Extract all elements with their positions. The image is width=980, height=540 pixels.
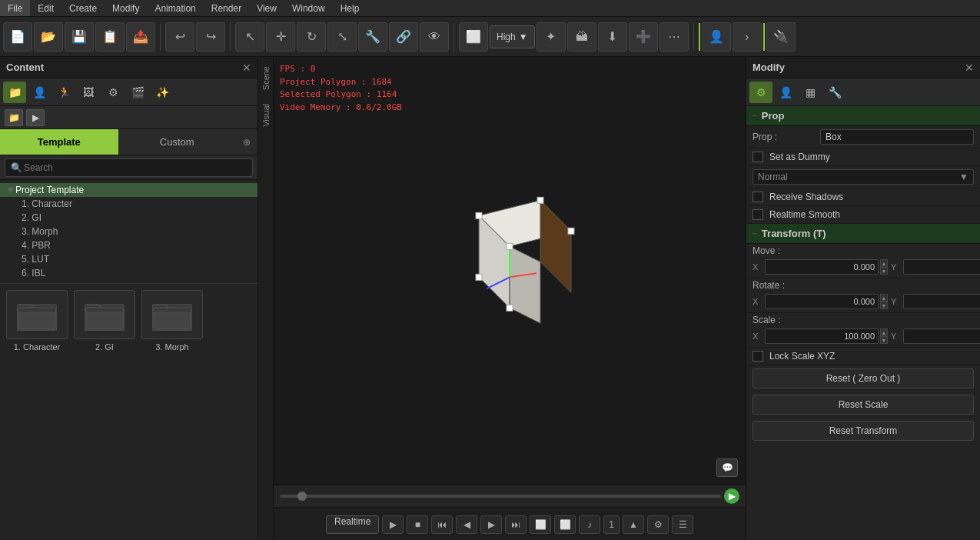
- menu-render[interactable]: Render: [204, 0, 249, 16]
- frame-up[interactable]: ▲: [623, 515, 644, 534]
- tab-expand[interactable]: ⊕: [236, 129, 257, 155]
- go-start-button[interactable]: ⏮: [431, 515, 453, 534]
- iavatar-more[interactable]: ›: [733, 22, 762, 52]
- image-icon-btn[interactable]: 🖼: [77, 82, 100, 103]
- rotate-tool[interactable]: ↻: [297, 22, 326, 52]
- move-x-up[interactable]: ▲: [880, 259, 888, 267]
- settings-button[interactable]: ⚙: [647, 515, 669, 534]
- audio-button[interactable]: ♪: [579, 515, 600, 534]
- move-tool[interactable]: ✛: [266, 22, 295, 52]
- scale-tool[interactable]: ⤡: [327, 22, 357, 52]
- play-button[interactable]: ▶: [382, 515, 404, 534]
- save-as-button[interactable]: 📋: [95, 22, 125, 52]
- viewport-mode[interactable]: ⬜: [459, 22, 488, 52]
- menu-view[interactable]: View: [249, 0, 284, 16]
- prop-name-value[interactable]: Box: [820, 129, 974, 145]
- thumbnail-character[interactable]: 1. Character: [6, 290, 68, 352]
- move-x-down[interactable]: ▼: [880, 267, 888, 275]
- tab-custom[interactable]: Custom: [118, 129, 237, 155]
- folder-icon-btn[interactable]: 📁: [3, 82, 26, 103]
- timeline-end-marker[interactable]: ▶: [724, 488, 739, 504]
- modify-panel-close[interactable]: ✕: [965, 62, 974, 74]
- side-tab-visual[interactable]: Visual: [259, 98, 273, 133]
- reset-zero-button[interactable]: Reset ( Zero Out ): [752, 368, 974, 388]
- character-icon-btn[interactable]: 👤: [28, 82, 51, 103]
- new-button[interactable]: 📄: [3, 22, 32, 52]
- comment-button[interactable]: 💬: [716, 458, 738, 477]
- tree-item-morph[interactable]: 3. Morph: [0, 225, 257, 238]
- tree-item-pbr[interactable]: 4. PBR: [0, 238, 257, 252]
- receive-shadows-checkbox[interactable]: [752, 192, 763, 202]
- more-button[interactable]: ⋯: [659, 22, 689, 52]
- tree-root[interactable]: ▼ Project Template: [0, 183, 257, 197]
- next-frame-button[interactable]: ▶: [480, 515, 502, 534]
- thumbnail-morph[interactable]: 3. Morph: [141, 290, 203, 352]
- export-button[interactable]: 📤: [126, 22, 155, 52]
- modify-prop-icon[interactable]: ⚙: [749, 82, 772, 103]
- scale-x-up[interactable]: ▲: [880, 328, 888, 336]
- layout-button[interactable]: ☰: [672, 515, 693, 534]
- normal-dropdown[interactable]: Normal ▼: [752, 169, 974, 185]
- transform-section-header[interactable]: − Transform (T): [746, 224, 980, 244]
- save-button[interactable]: 💾: [65, 22, 94, 52]
- lock-scale-checkbox[interactable]: [752, 351, 763, 362]
- open-button[interactable]: 📂: [34, 22, 63, 52]
- menu-edit[interactable]: Edit: [30, 0, 61, 16]
- undo-button[interactable]: ↩: [165, 22, 194, 52]
- nav-folder-btn[interactable]: 📁: [5, 109, 23, 126]
- tree-item-character[interactable]: 1. Character: [0, 197, 257, 211]
- realtime-button[interactable]: Realtime: [326, 515, 379, 534]
- scale-x-input[interactable]: [765, 328, 879, 344]
- modify-settings-icon[interactable]: 🔧: [823, 82, 846, 103]
- snap-tool[interactable]: 🔧: [358, 22, 387, 52]
- set-as-dummy-checkbox[interactable]: [752, 152, 763, 162]
- viewport-content[interactable]: FPS : 0 Project Polygon : 1684 Selected …: [274, 57, 746, 485]
- rotate-x-up[interactable]: ▲: [880, 294, 888, 302]
- pose-icon-btn[interactable]: 🏃: [52, 82, 75, 103]
- timeline-slider[interactable]: [280, 495, 721, 498]
- record-button[interactable]: ⬜: [554, 515, 576, 534]
- env-button[interactable]: 🏔: [567, 22, 596, 52]
- nav-forward-btn[interactable]: ▶: [26, 109, 45, 126]
- move-x-input[interactable]: [765, 259, 879, 275]
- menu-window[interactable]: Window: [284, 0, 333, 16]
- tree-item-ibl[interactable]: 6. IBL: [0, 266, 257, 280]
- prev-frame-button[interactable]: ◀: [456, 515, 477, 534]
- camera-tool[interactable]: 👁: [420, 22, 449, 52]
- menu-help[interactable]: Help: [333, 0, 367, 16]
- effect-icon-btn[interactable]: ✨: [151, 82, 174, 103]
- iavatar-btn[interactable]: 👤: [702, 22, 731, 52]
- rotate-x-input[interactable]: [765, 294, 879, 309]
- menu-create[interactable]: Create: [61, 0, 105, 16]
- prop-icon-btn[interactable]: ⚙: [101, 82, 125, 103]
- menu-file[interactable]: File: [0, 0, 30, 16]
- modify-char-icon[interactable]: 👤: [774, 82, 797, 103]
- add-button[interactable]: ➕: [629, 22, 658, 52]
- side-tab-scene[interactable]: Scene: [259, 60, 273, 96]
- rotate-y-input[interactable]: [903, 294, 980, 309]
- loop-button[interactable]: ⬜: [530, 515, 551, 534]
- tree-item-gi[interactable]: 2. GI: [0, 211, 257, 225]
- move-y-input[interactable]: [903, 259, 980, 275]
- redo-button[interactable]: ↪: [196, 22, 225, 52]
- stop-button[interactable]: ■: [407, 515, 428, 534]
- scale-y-input[interactable]: [903, 328, 980, 344]
- link-tool[interactable]: 🔗: [389, 22, 418, 52]
- quality-dropdown[interactable]: High ▼: [490, 25, 535, 48]
- modify-checker-icon[interactable]: ▦: [799, 82, 822, 103]
- tab-template[interactable]: Template: [0, 129, 118, 155]
- tree-item-lut[interactable]: 5. LUT: [0, 252, 257, 266]
- reset-scale-button[interactable]: Reset Scale: [752, 395, 974, 415]
- anim-icon-btn[interactable]: 🎬: [126, 82, 149, 103]
- content-panel-close[interactable]: ✕: [242, 62, 251, 74]
- select-tool[interactable]: ↖: [235, 22, 264, 52]
- timeline-thumb[interactable]: [297, 492, 307, 501]
- search-input[interactable]: [5, 158, 253, 177]
- scale-x-down[interactable]: ▼: [880, 336, 888, 344]
- realtime-smooth-checkbox[interactable]: [752, 209, 763, 220]
- go-end-button[interactable]: ⏭: [505, 515, 527, 534]
- import-button[interactable]: ⬇: [598, 22, 627, 52]
- thumbnail-gi[interactable]: 2. GI: [74, 290, 135, 352]
- reset-transform-button[interactable]: Reset Transform: [752, 421, 974, 441]
- rotate-x-down[interactable]: ▼: [880, 302, 888, 309]
